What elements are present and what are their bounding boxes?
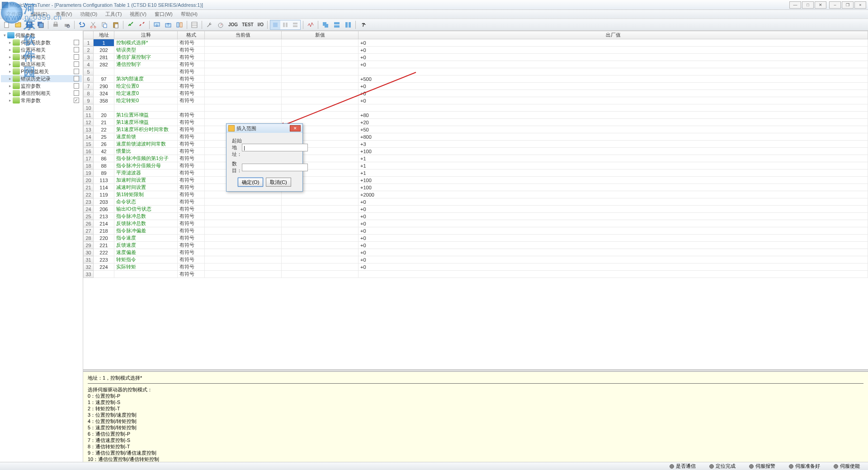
table-row[interactable]: 12 21 第1速度环增益 有符号 +20 (84, 119, 868, 126)
close-button[interactable]: ✕ (815, 1, 826, 9)
table-row[interactable]: 9 358 给定转矩0 有符号 +0 (84, 97, 868, 104)
table-row[interactable]: 5 有符号 (84, 68, 868, 75)
tree-item-0[interactable]: ▸ 伺服系统参数 (1, 39, 82, 46)
col-current[interactable]: 当前值 (205, 31, 282, 39)
tree-item-2[interactable]: ▸ 速度环相关 (1, 53, 82, 61)
menu-file[interactable]: 文件(F) (3, 10, 26, 19)
expand-icon[interactable]: ▸ (7, 91, 13, 95)
param-table-icon[interactable] (189, 20, 199, 30)
expand-icon[interactable]: ▸ (7, 76, 13, 81)
table-row[interactable]: 30 222 速度偏差 有符号 +0 (84, 249, 868, 256)
col-desc[interactable]: 注释 (114, 31, 178, 39)
compare-icon[interactable] (175, 20, 184, 30)
table-row[interactable]: 3 281 通信扩展控制字 有符号 +0 (84, 54, 868, 61)
child-minimize-button[interactable]: – (829, 1, 841, 9)
upload-icon[interactable] (152, 20, 162, 30)
table-row[interactable]: 33 有符号 (84, 271, 868, 278)
expand-icon[interactable]: ▸ (7, 98, 13, 103)
tree-item-checkbox[interactable] (74, 83, 79, 89)
table-row[interactable]: 22 119 第1转矩限制 有符号 +2000 (84, 191, 868, 198)
dialog-titlebar[interactable]: 插入范围 ✕ (226, 124, 302, 133)
menu-help[interactable]: 帮助(H) (177, 10, 201, 19)
gauge-icon[interactable] (216, 20, 226, 30)
table-row[interactable]: 4 282 通信控制字 有符号 +0 (84, 61, 868, 68)
count-input[interactable] (242, 164, 308, 171)
paste-icon[interactable] (111, 20, 121, 30)
save-all-icon[interactable] (36, 20, 46, 30)
minimize-button[interactable]: — (789, 1, 801, 9)
io-label[interactable]: I/O (256, 22, 265, 27)
tree-item-checkbox[interactable] (74, 47, 79, 52)
collapse-icon[interactable]: ▾ (2, 33, 7, 38)
table-row[interactable]: 19 89 平滑滤波器 有符号 +1 (84, 169, 868, 177)
tree-item-4[interactable]: ▸ PID增益相关 (1, 68, 82, 75)
connect-icon[interactable] (126, 20, 136, 30)
table-row[interactable]: 14 25 速度前馈 有符号 +800 (84, 133, 868, 141)
view-mode-2[interactable] (280, 20, 290, 29)
table-row[interactable]: 29 221 反馈速度 有符号 +0 (84, 242, 868, 249)
table-row[interactable]: 24 206 输出IO信号状态 有符号 +0 (84, 206, 868, 213)
table-row[interactable]: 15 26 速度前馈滤波时间常数 有符号 +3 (84, 141, 868, 148)
tree-item-checkbox[interactable] (74, 54, 79, 60)
tree-item-6[interactable]: ▸ 监控参数 (1, 82, 82, 89)
copy-icon[interactable] (99, 20, 109, 30)
save-icon[interactable] (24, 20, 34, 30)
table-row[interactable]: 25 213 指令脉冲总数 有符号 +0 (84, 213, 868, 220)
tree-item-checkbox[interactable] (74, 98, 79, 103)
table-row[interactable]: 31 223 转矩指令 有符号 +0 (84, 256, 868, 263)
expand-icon[interactable]: ▸ (7, 69, 13, 74)
child-close-button[interactable]: × (854, 1, 866, 9)
cut-icon[interactable] (88, 20, 98, 30)
tree-item-1[interactable]: ▸ 位置环相关 (1, 46, 82, 53)
col-address[interactable]: 地址 (94, 31, 114, 39)
window-tile-v-icon[interactable] (343, 20, 353, 30)
cancel-button[interactable]: 取消(C) (266, 178, 291, 187)
table-row[interactable]: 17 86 指令脉冲倍频的第1分子 有符号 +1 (84, 155, 868, 162)
table-row[interactable]: 18 88 指令脉冲分倍频分母 有符号 +1 (84, 162, 868, 169)
view-mode-1[interactable] (270, 20, 280, 29)
menu-tools[interactable]: 工具(T) (102, 10, 125, 19)
table-row[interactable]: 6 97 第3内部速度 有符号 +500 (84, 75, 868, 83)
tree-item-checkbox[interactable] (74, 76, 79, 81)
tree-item-7[interactable]: ▸ 通信控制相关 (1, 89, 82, 97)
menu-edit[interactable]: 编辑(E) (27, 10, 51, 19)
print-icon[interactable] (51, 20, 61, 30)
ok-button[interactable]: 确定(O) (238, 178, 263, 187)
table-row[interactable]: 23 203 命令状态 有符号 +0 (84, 198, 868, 206)
table-row[interactable]: 27 218 指令脉冲偏差 有符号 +0 (84, 227, 868, 235)
table-row[interactable]: 20 113 加速时间设置 有符号 +100 (84, 177, 868, 184)
new-file-icon[interactable] (2, 20, 12, 30)
tree-item-checkbox[interactable] (74, 61, 79, 67)
scope-icon[interactable] (306, 20, 316, 30)
expand-icon[interactable]: ▸ (7, 47, 13, 52)
disconnect-icon[interactable] (137, 20, 147, 30)
menu-view2[interactable]: 视图(V) (126, 10, 150, 19)
view-mode-3[interactable] (290, 20, 300, 29)
expand-icon[interactable]: ▸ (7, 84, 13, 88)
table-row[interactable]: 8 324 给定速度0 有符号 +0 (84, 90, 868, 97)
expand-icon[interactable]: ▸ (7, 62, 13, 66)
table-row[interactable]: 16 42 惯量比 有符号 +100 (84, 148, 868, 155)
tree-item-checkbox[interactable] (74, 69, 79, 74)
table-row[interactable]: 32 224 实际转矩 有符号 +0 (84, 263, 868, 271)
test-label[interactable]: TEST (241, 22, 255, 27)
col-format[interactable]: 格式 (178, 31, 205, 39)
tree-item-3[interactable]: ▸ 电流环相关 (1, 61, 82, 68)
table-row[interactable]: 2 202 错误类型 有符号 +0 (84, 47, 868, 54)
table-row[interactable]: 21 114 减速时间设置 有符号 +100 (84, 184, 868, 191)
tree-item-checkbox[interactable] (74, 90, 79, 96)
expand-icon[interactable]: ▸ (7, 40, 13, 45)
table-row[interactable]: 11 20 第1位置环增益 有符号 +80 (84, 112, 868, 119)
col-default[interactable]: 出厂值 (359, 31, 868, 39)
menu-function[interactable]: 功能(O) (76, 10, 101, 19)
table-row[interactable]: 1 1 控制模式选择* 有符号 +0 (84, 39, 868, 47)
undo-icon[interactable] (77, 20, 87, 30)
tree-item-5[interactable]: ▸ 错误历史记录 (1, 75, 82, 82)
maximize-button[interactable]: □ (802, 1, 814, 9)
col-new[interactable]: 新值 (282, 31, 359, 39)
table-row[interactable]: 13 22 第1速度环积分时间常数 有符号 +50 (84, 126, 868, 133)
child-restore-button[interactable]: ❐ (842, 1, 854, 9)
start-address-input[interactable] (242, 144, 308, 151)
parameter-grid[interactable]: 地址 注释 格式 当前值 新值 出厂值 1 1 控制模式选择* 有符号 +02 … (83, 31, 868, 369)
menu-view[interactable]: 查看(V) (52, 10, 76, 19)
